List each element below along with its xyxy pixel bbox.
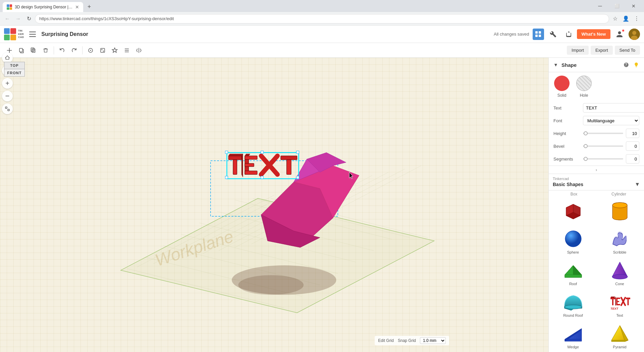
library-button[interactable] [562,29,574,40]
font-prop-select[interactable]: Multilanguage Arial Times New Roman [583,116,639,125]
new-tab-button[interactable]: + [85,2,94,11]
svg-rect-4 [539,31,541,34]
cone-label: Cone [615,282,624,286]
solid-circle[interactable] [554,76,570,91]
edit-grid-button[interactable]: Edit Grid [378,338,394,343]
height-slider[interactable] [583,133,623,134]
undo-button[interactable] [57,45,67,56]
segments-slider[interactable] [583,158,623,160]
clone-button[interactable] [28,45,39,56]
user-avatar[interactable] [629,29,640,40]
color-picker-icon-button[interactable] [623,61,630,69]
shape-item-scribble[interactable]: Scribble [597,225,643,256]
svg-point-83 [612,203,627,208]
svg-rect-3 [535,31,538,34]
view-tool-3[interactable] [109,45,120,56]
import-button[interactable]: Import [567,46,589,55]
solid-option[interactable]: Solid [554,76,570,98]
whats-new-button[interactable]: What's New [577,29,610,39]
mirror-tool[interactable] [133,45,144,56]
extensions-button[interactable]: ⋮ [632,14,641,24]
logo-grid [4,28,16,40]
forward-button[interactable]: → [13,14,23,24]
svg-rect-59 [245,163,254,167]
shape-item-wedge[interactable]: Wedge [550,320,596,351]
snap-grid-label: Snap Grid [398,338,416,343]
address-bar[interactable]: https://www.tinkercad.com/things/1cXS3so… [35,14,609,24]
bevel-value-input[interactable] [626,141,639,151]
menu-icon-button[interactable] [27,29,38,40]
svg-rect-72 [297,176,299,179]
library-category-row[interactable]: Basic Shapes ▼ [553,181,640,187]
bookmark-button[interactable]: ☆ [610,14,620,24]
lightbulb-icon-button[interactable] [633,61,640,69]
view-cube[interactable]: TOP FRONT [4,62,25,77]
view-tool-1[interactable] [85,45,96,56]
collapse-button[interactable]: ▼ [553,62,559,68]
zoom-in-button[interactable]: + [2,78,13,89]
user-icon-wrapper[interactable] [614,29,625,40]
back-button[interactable]: ← [3,14,12,24]
height-value-input[interactable] [626,129,639,138]
text-prop-input[interactable] [583,103,644,113]
shape-item-sphere[interactable]: Sphere [550,225,596,256]
browser-tab-active[interactable]: 3D design Surprising Densor | T... ✕ [3,2,83,12]
hole-label: Hole [580,93,588,98]
solid-label: Solid [557,93,567,98]
snap-grid-select[interactable]: 1.0 mm 0.5 mm 0.25 mm 5.0 mm 10.0 mm [420,337,446,344]
panel-collapse-arrow[interactable]: › [549,166,644,174]
zoom-out-button[interactable]: − [2,91,13,101]
view-cube-top[interactable]: TOP [4,62,25,69]
window-close-button[interactable]: ✕ [626,1,641,11]
view-cube-front[interactable]: FRONT [4,69,25,77]
tools-button[interactable] [547,29,559,40]
profile-button[interactable]: 👤 [621,14,631,24]
segments-slider-thumb[interactable] [584,157,588,161]
hole-circle[interactable] [576,76,592,91]
segments-value-input[interactable] [626,154,639,164]
fit-view-button[interactable] [2,103,13,114]
align-tool[interactable] [121,45,132,56]
export-button[interactable]: Export [591,46,613,55]
col-header-left: Box [551,192,596,196]
shape-item-box[interactable] [550,198,596,225]
window-restore-button[interactable]: ⬜ [609,1,625,11]
refresh-button[interactable]: ↻ [24,14,34,24]
shape-panel-header: ▼ Shape [549,58,644,72]
height-prop-label: Height [553,131,580,136]
bevel-slider-thumb[interactable] [584,144,588,148]
shape-item-text[interactable]: TEXT Text [597,289,643,319]
new-tab-icon: + [88,3,91,10]
svg-rect-20 [101,48,105,52]
delete-button[interactable] [40,45,51,56]
window-minimize-button[interactable]: ─ [592,1,608,11]
library-dropdown-icon[interactable]: ▼ [635,181,640,187]
font-prop-row: Font Multilanguage Arial Times New Roman [553,116,639,125]
bevel-slider[interactable] [583,145,623,147]
shape-item-cylinder[interactable] [597,198,643,225]
tab-close-icon[interactable]: ✕ [75,4,79,10]
shape-item-round-roof[interactable]: Round Roof [550,289,596,319]
round-roof-label: Round Roof [563,313,583,317]
canvas-scene[interactable]: Workplane [0,58,548,352]
shape-item-cone[interactable]: Cone [597,257,643,288]
tinkercad-logo[interactable]: TINKERCAD [4,28,24,40]
send-to-button[interactable]: Send To [615,46,640,55]
height-slider-thumb[interactable] [584,131,588,135]
shape-item-pyramid[interactable]: Pyramid [597,320,643,351]
copy-button[interactable] [16,45,27,56]
shape-item-roof[interactable]: Roof [550,257,596,288]
redo-button[interactable] [69,45,79,56]
cylinder-shape-3d [608,200,631,223]
canvas-area[interactable]: TOP FRONT [0,58,548,352]
logo-cell-3 [4,35,10,40]
svg-rect-63 [281,156,297,160]
tab-favicon [7,4,12,10]
hole-option[interactable]: Hole [576,76,592,98]
app-title: Surprising Densor [41,31,88,37]
svg-point-8 [632,31,636,35]
notification-badge [622,29,625,32]
grid-view-button[interactable] [533,29,544,40]
view-tool-2[interactable] [97,45,108,56]
svg-rect-5 [535,35,538,37]
